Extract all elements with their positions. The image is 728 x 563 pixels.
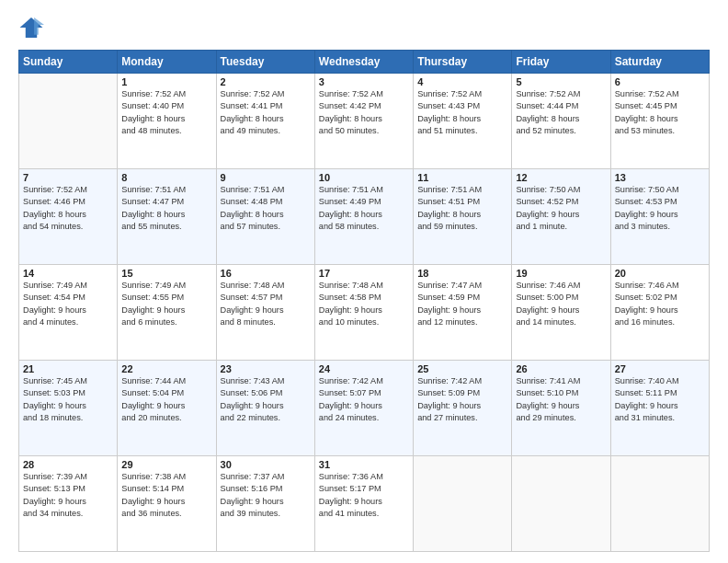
calendar-cell [414,456,512,552]
day-info: Sunrise: 7:44 AM Sunset: 5:04 PM Dayligh… [121,375,211,424]
logo [18,15,48,40]
day-info: Sunrise: 7:38 AM Sunset: 5:14 PM Dayligh… [121,471,211,520]
day-info: Sunrise: 7:40 AM Sunset: 5:11 PM Dayligh… [615,375,705,424]
calendar-cell: 17Sunrise: 7:48 AM Sunset: 4:58 PM Dayli… [314,265,413,361]
day-number: 18 [417,268,507,279]
calendar-table: SundayMondayTuesdayWednesdayThursdayFrid… [18,50,710,552]
day-info: Sunrise: 7:45 AM Sunset: 5:03 PM Dayligh… [23,375,113,424]
day-info: Sunrise: 7:48 AM Sunset: 4:57 PM Dayligh… [221,280,311,328]
day-number: 13 [615,172,705,183]
day-number: 26 [516,363,606,374]
weekday-header-tuesday: Tuesday [216,51,314,74]
day-number: 20 [615,268,705,279]
day-number: 11 [417,172,507,183]
weekday-header-row: SundayMondayTuesdayWednesdayThursdayFrid… [19,51,710,74]
day-number: 24 [319,363,409,374]
day-info: Sunrise: 7:52 AM Sunset: 4:43 PM Dayligh… [417,88,507,137]
calendar-week-row: 1Sunrise: 7:52 AM Sunset: 4:40 PM Daylig… [19,74,710,169]
day-number: 6 [615,76,705,87]
day-number: 7 [23,172,113,183]
day-number: 22 [121,363,211,374]
calendar-cell: 31Sunrise: 7:36 AM Sunset: 5:17 PM Dayli… [314,456,413,552]
calendar-cell: 12Sunrise: 7:50 AM Sunset: 4:52 PM Dayli… [512,169,610,265]
day-info: Sunrise: 7:52 AM Sunset: 4:44 PM Dayligh… [516,88,606,137]
day-info: Sunrise: 7:46 AM Sunset: 5:00 PM Dayligh… [516,280,606,328]
calendar-cell: 21Sunrise: 7:45 AM Sunset: 5:03 PM Dayli… [19,361,118,456]
calendar-cell: 8Sunrise: 7:51 AM Sunset: 4:47 PM Daylig… [118,169,216,265]
day-number: 23 [221,363,311,374]
calendar-cell: 14Sunrise: 7:49 AM Sunset: 4:54 PM Dayli… [19,265,118,361]
page-header [18,15,710,40]
day-number: 25 [417,363,507,374]
day-info: Sunrise: 7:43 AM Sunset: 5:06 PM Dayligh… [221,375,311,424]
calendar-week-row: 7Sunrise: 7:52 AM Sunset: 4:46 PM Daylig… [19,169,710,265]
day-number: 3 [319,76,409,87]
day-info: Sunrise: 7:52 AM Sunset: 4:40 PM Dayligh… [121,88,211,137]
day-info: Sunrise: 7:51 AM Sunset: 4:51 PM Dayligh… [417,184,507,233]
calendar-cell: 23Sunrise: 7:43 AM Sunset: 5:06 PM Dayli… [216,361,314,456]
weekday-header-monday: Monday [118,51,216,74]
day-info: Sunrise: 7:47 AM Sunset: 4:59 PM Dayligh… [417,280,507,328]
calendar-cell: 29Sunrise: 7:38 AM Sunset: 5:14 PM Dayli… [118,456,216,552]
calendar-cell: 4Sunrise: 7:52 AM Sunset: 4:43 PM Daylig… [414,74,512,169]
day-info: Sunrise: 7:39 AM Sunset: 5:13 PM Dayligh… [23,471,113,520]
day-info: Sunrise: 7:50 AM Sunset: 4:52 PM Dayligh… [516,184,606,233]
calendar-cell: 2Sunrise: 7:52 AM Sunset: 4:41 PM Daylig… [216,74,314,169]
day-number: 8 [121,172,211,183]
calendar-week-row: 21Sunrise: 7:45 AM Sunset: 5:03 PM Dayli… [19,361,710,456]
weekday-header-sunday: Sunday [19,51,118,74]
day-info: Sunrise: 7:49 AM Sunset: 4:55 PM Dayligh… [121,280,211,328]
calendar-cell: 19Sunrise: 7:46 AM Sunset: 5:00 PM Dayli… [512,265,610,361]
calendar-cell: 27Sunrise: 7:40 AM Sunset: 5:11 PM Dayli… [610,361,709,456]
calendar-cell: 15Sunrise: 7:49 AM Sunset: 4:55 PM Dayli… [118,265,216,361]
calendar-cell: 30Sunrise: 7:37 AM Sunset: 5:16 PM Dayli… [216,456,314,552]
day-number: 14 [23,268,113,279]
day-info: Sunrise: 7:51 AM Sunset: 4:49 PM Dayligh… [319,184,409,233]
day-info: Sunrise: 7:52 AM Sunset: 4:46 PM Dayligh… [23,184,113,233]
day-number: 21 [23,363,113,374]
calendar-cell: 7Sunrise: 7:52 AM Sunset: 4:46 PM Daylig… [19,169,118,265]
day-info: Sunrise: 7:37 AM Sunset: 5:16 PM Dayligh… [221,471,311,520]
weekday-header-thursday: Thursday [414,51,512,74]
day-number: 28 [23,459,113,470]
day-info: Sunrise: 7:51 AM Sunset: 4:47 PM Dayligh… [121,184,211,233]
calendar-cell: 9Sunrise: 7:51 AM Sunset: 4:48 PM Daylig… [216,169,314,265]
day-number: 16 [221,268,311,279]
calendar-cell: 16Sunrise: 7:48 AM Sunset: 4:57 PM Dayli… [216,265,314,361]
day-number: 29 [121,459,211,470]
day-number: 19 [516,268,606,279]
calendar-week-row: 14Sunrise: 7:49 AM Sunset: 4:54 PM Dayli… [19,265,710,361]
calendar-cell: 24Sunrise: 7:42 AM Sunset: 5:07 PM Dayli… [314,361,413,456]
calendar-cell: 25Sunrise: 7:42 AM Sunset: 5:09 PM Dayli… [414,361,512,456]
day-info: Sunrise: 7:52 AM Sunset: 4:45 PM Dayligh… [615,88,705,137]
calendar-cell: 13Sunrise: 7:50 AM Sunset: 4:53 PM Dayli… [610,169,709,265]
calendar-cell: 5Sunrise: 7:52 AM Sunset: 4:44 PM Daylig… [512,74,610,169]
day-number: 12 [516,172,606,183]
calendar-cell: 11Sunrise: 7:51 AM Sunset: 4:51 PM Dayli… [414,169,512,265]
calendar-week-row: 28Sunrise: 7:39 AM Sunset: 5:13 PM Dayli… [19,456,710,552]
day-number: 31 [319,459,409,470]
day-number: 17 [319,268,409,279]
day-info: Sunrise: 7:49 AM Sunset: 4:54 PM Dayligh… [23,280,113,328]
weekday-header-friday: Friday [512,51,610,74]
calendar-cell: 28Sunrise: 7:39 AM Sunset: 5:13 PM Dayli… [19,456,118,552]
day-number: 5 [516,76,606,87]
calendar-cell: 18Sunrise: 7:47 AM Sunset: 4:59 PM Dayli… [414,265,512,361]
day-number: 1 [121,76,211,87]
day-info: Sunrise: 7:52 AM Sunset: 4:42 PM Dayligh… [319,88,409,137]
day-info: Sunrise: 7:48 AM Sunset: 4:58 PM Dayligh… [319,280,409,328]
day-info: Sunrise: 7:42 AM Sunset: 5:09 PM Dayligh… [417,375,507,424]
day-number: 10 [319,172,409,183]
day-info: Sunrise: 7:36 AM Sunset: 5:17 PM Dayligh… [319,471,409,520]
day-number: 9 [221,172,311,183]
day-info: Sunrise: 7:41 AM Sunset: 5:10 PM Dayligh… [516,375,606,424]
calendar-cell [19,74,118,169]
day-number: 15 [121,268,211,279]
day-number: 30 [221,459,311,470]
weekday-header-wednesday: Wednesday [314,51,413,74]
calendar-cell: 22Sunrise: 7:44 AM Sunset: 5:04 PM Dayli… [118,361,216,456]
calendar-cell: 1Sunrise: 7:52 AM Sunset: 4:40 PM Daylig… [118,74,216,169]
day-info: Sunrise: 7:46 AM Sunset: 5:02 PM Dayligh… [615,280,705,328]
calendar-cell: 6Sunrise: 7:52 AM Sunset: 4:45 PM Daylig… [610,74,709,169]
calendar-cell: 20Sunrise: 7:46 AM Sunset: 5:02 PM Dayli… [610,265,709,361]
